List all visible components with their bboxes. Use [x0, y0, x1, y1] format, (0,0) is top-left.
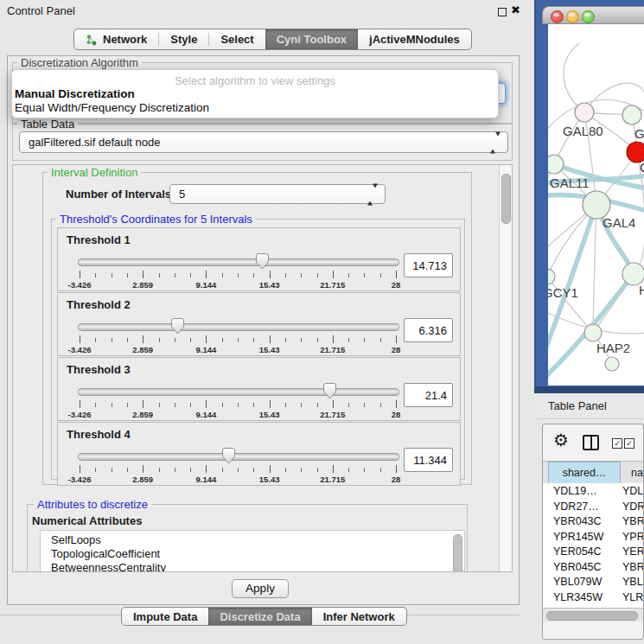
- popup-item-manual-discretization[interactable]: Manual Discretization: [15, 87, 498, 101]
- slider-track[interactable]: [78, 388, 399, 396]
- slider-track[interactable]: [78, 453, 399, 461]
- window-minimize-button[interactable]: [566, 10, 579, 23]
- slider-thumb[interactable]: [171, 318, 184, 335]
- tick-mark: [301, 338, 302, 342]
- table-row[interactable]: YBL079WYBL0: [543, 574, 644, 590]
- network-canvas[interactable]: GAL80GACGAL11GAL4GCY1HHAP2: [548, 24, 644, 386]
- threshold-box: Threshold 2 -3.4262.8599.14415.4321.7152…: [57, 292, 461, 356]
- float-window-icon[interactable]: [498, 8, 507, 16]
- attributes-group-title: Attributes to discretize: [34, 498, 151, 511]
- tab-jactivemnodules[interactable]: jActiveMNodules: [358, 29, 471, 49]
- network-node[interactable]: [622, 105, 641, 124]
- network-edge[interactable]: [564, 43, 584, 112]
- split-view-icon[interactable]: [583, 435, 599, 450]
- cyni-mode-tabs: Impute Data Discretize Data Infer Networ…: [121, 607, 407, 626]
- tab-label: Style: [170, 33, 197, 46]
- list-scrollbar[interactable]: [453, 533, 462, 572]
- network-node[interactable]: [548, 269, 555, 284]
- network-node[interactable]: [575, 103, 594, 122]
- threshold-value-input[interactable]: [404, 253, 453, 277]
- control-panel-tabs: Network Style Select Cyni Toolbox jActiv…: [73, 29, 472, 50]
- tick-mark: [190, 338, 191, 342]
- scrollbar-thumb[interactable]: [546, 611, 638, 621]
- table-row[interactable]: YBR043CYBR0: [543, 513, 644, 529]
- settings-scroll-area: Interval Definition Number of Intervals …: [12, 164, 513, 572]
- table-row[interactable]: YDR27…YDR2: [543, 499, 644, 514]
- window-close-button[interactable]: [551, 10, 564, 23]
- horizontal-scrollbar[interactable]: [543, 608, 644, 622]
- tab-network[interactable]: Network: [74, 29, 158, 49]
- tick-mark: [222, 338, 223, 342]
- close-icon[interactable]: ✖: [511, 3, 520, 16]
- tick-label: -3.426: [68, 410, 92, 419]
- number-of-intervals-select[interactable]: 5: [169, 184, 386, 204]
- tick-mark: [348, 273, 349, 277]
- tick-label: -3.426: [68, 475, 92, 484]
- stepper-icon[interactable]: [367, 188, 378, 201]
- bottom-tab-discretize-data[interactable]: Discretize Data: [208, 608, 311, 625]
- window-zoom-button[interactable]: [582, 10, 595, 23]
- tick-label: 2.859: [132, 475, 153, 484]
- scrollbar-thumb[interactable]: [501, 174, 511, 224]
- network-node[interactable]: [548, 155, 564, 174]
- tick-mark: [285, 468, 286, 472]
- threshold-value-input[interactable]: [404, 383, 453, 407]
- vertical-scrollbar[interactable]: [499, 165, 512, 571]
- tick-mark: [396, 271, 397, 278]
- table-body: YDL19…YDL1YDR27…YDR2YBR043CYBR0YPR145WYP…: [543, 483, 644, 608]
- threshold-box: Threshold 3 -3.4262.8599.14415.4321.7152…: [57, 357, 461, 421]
- tab-label: jActiveMNodules: [369, 33, 460, 46]
- tab-style[interactable]: Style: [159, 29, 208, 49]
- tick-mark: [270, 335, 271, 343]
- bottom-tab-impute-data[interactable]: Impute Data: [122, 608, 208, 625]
- slider-track[interactable]: [78, 323, 399, 331]
- interval-definition-title: Interval Definition: [48, 166, 141, 179]
- table-data-select[interactable]: galFiltered.sif default node: [19, 131, 508, 153]
- tab-cyni-toolbox[interactable]: Cyni Toolbox: [265, 29, 358, 49]
- tick-mark: [206, 400, 207, 408]
- slider-thumb[interactable]: [256, 253, 269, 270]
- table-row[interactable]: YLR345WYLR3: [543, 590, 644, 605]
- network-edge[interactable]: [593, 205, 596, 333]
- network-window-titlebar[interactable]: [542, 6, 644, 24]
- node-label: HAP2: [596, 341, 630, 355]
- threshold-slider[interactable]: -3.4262.8599.14415.4321.71528: [78, 254, 398, 289]
- tab-label: Select: [220, 33, 253, 46]
- cell-shared-name: YBR045C: [553, 561, 602, 573]
- table-row[interactable]: YPR145WYPR1: [543, 529, 644, 545]
- popup-item-equal-width-frequency[interactable]: Equal Width/Frequency Discretization: [15, 101, 498, 115]
- table-row[interactable]: YER054CYER0: [543, 544, 644, 559]
- stepper-icon[interactable]: [490, 136, 501, 149]
- table-row[interactable]: YDL19…YDL1: [543, 483, 644, 499]
- threshold-slider[interactable]: -3.4262.8599.14415.4321.71528: [78, 384, 398, 418]
- column-header-name[interactable]: na: [621, 462, 644, 484]
- apply-button[interactable]: Apply: [232, 579, 289, 598]
- table-row[interactable]: YBR045CYBR0: [543, 559, 644, 575]
- gear-icon[interactable]: ⚙: [553, 430, 569, 450]
- attributes-list[interactable]: SelfLoopsTopologicalCoefficientBetweenne…: [40, 530, 465, 572]
- checkbox-icon[interactable]: ✓: [624, 438, 634, 449]
- slider-track[interactable]: [78, 258, 399, 266]
- tab-select[interactable]: Select: [209, 29, 265, 49]
- list-item[interactable]: TopologicalCoefficient: [51, 547, 166, 561]
- column-header-shared-name[interactable]: shared…: [548, 462, 621, 484]
- network-node[interactable]: [605, 357, 619, 371]
- network-node[interactable]: [584, 324, 602, 341]
- tick-mark: [206, 465, 207, 473]
- list-item[interactable]: SelfLoops: [51, 533, 166, 547]
- threshold-value-input[interactable]: [404, 448, 453, 472]
- scrollbar-thumb[interactable]: [453, 534, 462, 572]
- threshold-slider[interactable]: -3.4262.8599.14415.4321.71528: [78, 319, 398, 354]
- checkbox-icon[interactable]: ✓: [612, 438, 622, 449]
- thresholds-group-title: Threshold's Coordinates for 5 Intervals: [56, 213, 256, 226]
- tick-label: 15.43: [259, 280, 280, 290]
- threshold-value-input[interactable]: [404, 318, 453, 342]
- threshold-slider[interactable]: -3.4262.8599.14415.4321.71528: [78, 449, 398, 483]
- slider-thumb[interactable]: [222, 448, 235, 464]
- list-item[interactable]: BetweennessCentrality: [51, 561, 166, 572]
- bottom-tab-infer-network[interactable]: Infer Network: [312, 608, 406, 625]
- tick-mark: [238, 273, 239, 277]
- tick-mark: [270, 271, 271, 278]
- slider-thumb[interactable]: [323, 383, 336, 399]
- tick-mark: [112, 468, 112, 472]
